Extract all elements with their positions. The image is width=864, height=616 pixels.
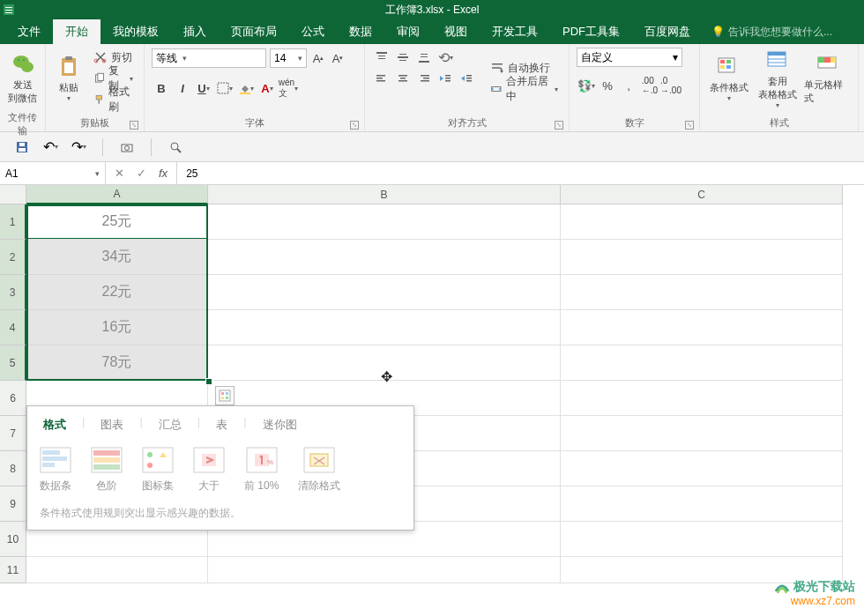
cell-B2[interactable] <box>208 240 561 275</box>
cell-B11[interactable] <box>208 557 561 583</box>
item-greater-than[interactable]: 大于 <box>193 447 225 494</box>
cell-C9[interactable] <box>561 486 843 522</box>
item-color-scale[interactable]: 色阶 <box>91 447 123 494</box>
align-middle-icon[interactable] <box>393 48 413 67</box>
row-header-1[interactable]: 1 <box>0 204 26 240</box>
column-header-B[interactable]: B <box>208 185 561 204</box>
decrease-indent-icon[interactable] <box>436 69 455 88</box>
dialog-launcher-icon[interactable]: ⤡ <box>130 121 138 130</box>
align-right-icon[interactable] <box>414 69 434 88</box>
cell-C4[interactable] <box>561 310 843 345</box>
align-center-icon[interactable] <box>393 69 413 88</box>
row-header-4[interactable]: 4 <box>0 310 26 345</box>
cell-C5[interactable] <box>561 345 843 381</box>
popup-tab-table[interactable]: 表 <box>212 415 231 434</box>
tab-templates[interactable]: 我的模板 <box>101 19 171 44</box>
cell-C1[interactable] <box>561 204 843 240</box>
comma-format-icon[interactable]: , <box>619 76 638 95</box>
format-as-table-button[interactable]: 套用 表格格式▾ <box>756 48 799 109</box>
dialog-launcher-icon[interactable]: ⤡ <box>350 121 359 130</box>
tab-data[interactable]: 数据 <box>337 19 384 44</box>
row-header-6[interactable]: 6 <box>0 381 26 416</box>
column-header-A[interactable]: A <box>26 185 208 204</box>
popup-tab-format[interactable]: 格式 <box>40 415 70 434</box>
merge-center-button[interactable]: 合并后居中▾ <box>487 79 562 99</box>
tab-pdf[interactable]: PDF工具集 <box>550 19 632 44</box>
popup-tab-totals[interactable]: 汇总 <box>155 415 185 434</box>
tab-layout[interactable]: 页面布局 <box>219 19 289 44</box>
orientation-icon[interactable]: ⟲▾ <box>436 48 455 67</box>
popup-tab-sparkline[interactable]: 迷你图 <box>259 415 301 434</box>
tab-formulas[interactable]: 公式 <box>289 19 337 44</box>
send-to-wechat-button[interactable]: 发送 到微信 <box>7 48 38 109</box>
align-top-icon[interactable] <box>372 48 391 67</box>
cancel-icon[interactable]: ✕ <box>115 167 124 180</box>
number-format-combo[interactable]: 自定义▾ <box>577 48 682 67</box>
item-clear-format[interactable]: 清除格式 <box>298 447 340 494</box>
cell-B5[interactable] <box>208 345 561 381</box>
conditional-formatting-button[interactable]: 条件格式▾ <box>707 48 750 109</box>
font-color-button[interactable]: A▾ <box>257 78 277 98</box>
item-icon-set[interactable]: 图标集 <box>142 447 174 494</box>
tab-review[interactable]: 审阅 <box>384 19 432 44</box>
fx-icon[interactable]: fx <box>159 167 168 180</box>
row-header-11[interactable]: 11 <box>0 557 26 583</box>
cell-B3[interactable] <box>208 275 561 310</box>
item-data-bars[interactable]: 数据条 <box>40 447 71 494</box>
row-header-5[interactable]: 5 <box>0 345 26 381</box>
worksheet-grid[interactable]: ABC 1234567891011 25元34元22元16元78元 格式| 图表… <box>0 185 864 608</box>
tell-me-search[interactable]: 💡 告诉我您想要做什么... <box>711 19 832 44</box>
decrease-decimal-icon[interactable]: .0→.00 <box>661 76 681 95</box>
tab-home[interactable]: 开始 <box>53 19 101 44</box>
align-bottom-icon[interactable] <box>414 48 434 67</box>
paste-button[interactable]: 粘贴 ▾ <box>53 48 85 109</box>
cell-A1[interactable]: 25元 <box>26 204 208 240</box>
tab-baidu[interactable]: 百度网盘 <box>632 19 703 44</box>
row-header-8[interactable]: 8 <box>0 451 26 486</box>
cell-C7[interactable] <box>561 416 843 451</box>
cell-B4[interactable] <box>208 310 561 345</box>
undo-button[interactable]: ↶▾ <box>41 137 60 157</box>
column-header-C[interactable]: C <box>561 185 843 204</box>
italic-button[interactable]: I <box>173 78 192 98</box>
bold-button[interactable]: B <box>152 78 171 98</box>
formula-input[interactable]: 25 <box>177 162 864 184</box>
cell-styles-button[interactable]: 单元格样式 <box>804 48 851 109</box>
phonetic-button[interactable]: wén文▾ <box>279 78 298 98</box>
row-header-7[interactable]: 7 <box>0 416 26 451</box>
cell-C2[interactable] <box>561 240 843 275</box>
enter-icon[interactable]: ✓ <box>137 167 146 180</box>
align-left-icon[interactable] <box>372 69 391 88</box>
tab-file[interactable]: 文件 <box>5 19 53 44</box>
print-preview-button[interactable] <box>166 137 185 157</box>
increase-indent-icon[interactable] <box>457 69 476 88</box>
cell-C3[interactable] <box>561 275 843 310</box>
percent-format-icon[interactable]: % <box>598 76 617 95</box>
cell-B1[interactable] <box>208 204 561 240</box>
fill-color-button[interactable]: ▾ <box>236 78 256 98</box>
popup-tab-chart[interactable]: 图表 <box>97 415 127 434</box>
item-top-10[interactable]: % 前 10% <box>244 447 279 494</box>
cell-C6[interactable] <box>561 381 843 416</box>
underline-button[interactable]: U▾ <box>194 78 213 98</box>
select-all-corner[interactable] <box>0 185 26 204</box>
name-box[interactable]: A1▾ <box>0 162 106 184</box>
row-header-2[interactable]: 2 <box>0 240 26 275</box>
row-header-3[interactable]: 3 <box>0 275 26 310</box>
menu-icon[interactable] <box>4 4 14 15</box>
accounting-format-icon[interactable]: 💱▾ <box>577 76 596 95</box>
decrease-font-icon[interactable]: A▾ <box>330 48 346 68</box>
row-header-9[interactable]: 9 <box>0 486 26 522</box>
font-family-combo[interactable]: 等线▾ <box>152 48 266 68</box>
screenshot-button[interactable] <box>117 137 137 157</box>
row-header-10[interactable]: 10 <box>0 522 26 557</box>
border-button[interactable]: ▾ <box>215 78 235 98</box>
font-size-combo[interactable]: 14▾ <box>270 48 307 68</box>
format-painter-button[interactable]: 格式刷 <box>90 90 137 109</box>
cell-A11[interactable] <box>26 557 208 583</box>
tab-view[interactable]: 视图 <box>432 19 480 44</box>
redo-button[interactable]: ↷▾ <box>69 137 88 157</box>
tab-developer[interactable]: 开发工具 <box>480 19 550 44</box>
quick-analysis-button[interactable] <box>215 386 235 405</box>
cell-C8[interactable] <box>561 451 843 486</box>
